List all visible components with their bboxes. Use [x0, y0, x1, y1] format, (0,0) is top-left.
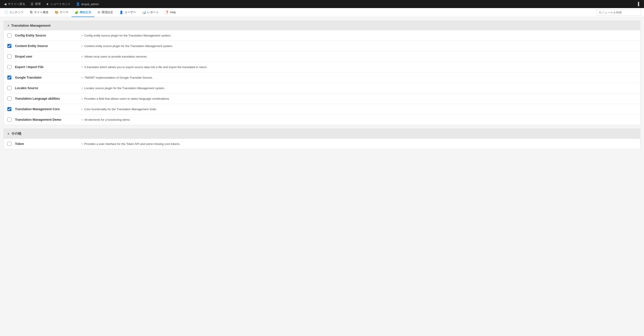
checkbox-token[interactable]	[8, 142, 12, 146]
extend-nav-label: 機能拡張	[80, 10, 91, 14]
module-name-translation-management-demo: Translation Management Demo	[15, 118, 78, 121]
module-row-config-entity-source: Config Entity Source∨Config entity sourc…	[4, 30, 640, 41]
checkbox-locales-source[interactable]	[8, 86, 12, 90]
desc-text-drupal-user: Allows local users to provide translatio…	[84, 55, 148, 58]
nav-item-extend[interactable]: 🧩機能拡張	[72, 8, 94, 17]
chevron-icon-translation-language-abilities: ∨	[81, 97, 83, 100]
checkbox-content-entity-source[interactable]	[8, 44, 12, 48]
reports-nav-icon: 📊	[142, 11, 146, 14]
group-label-other: その他	[11, 131, 21, 136]
checkbox-export-import-file[interactable]	[8, 65, 12, 69]
module-name-config-entity-source: Config Entity Source	[15, 34, 78, 37]
module-row-token: Token∨Provides a user interface for the …	[4, 139, 640, 149]
back-to-site[interactable]: ◀ サイトへ戻る	[2, 1, 28, 7]
chevron-icon-token: ∨	[81, 142, 83, 145]
module-row-content-entity-source: Content Entity Source∨Content entity sou…	[4, 41, 640, 51]
chevron-icon-config-entity-source: ∨	[81, 34, 83, 37]
desc-text-google-translator: TMGMT implementation of Google Translate…	[84, 76, 153, 79]
checkbox-drupal-user[interactable]	[8, 54, 12, 59]
checkbox-translation-management-core[interactable]	[8, 107, 12, 111]
checkbox-google-translator[interactable]	[8, 76, 12, 80]
module-name-translation-management-core: Translation Management Core	[15, 107, 78, 111]
desc-text-export-import-file: A translator which allows you to export …	[84, 65, 208, 69]
nav-content: 📄コンテンツ🏗サイト構造🎨テーマ🧩機能拡張⚙環境設定👤ユーザー📊レポート❓Hel…	[1, 8, 179, 17]
desc-text-content-entity-source: Content entity source plugin for the Tra…	[84, 44, 173, 48]
sidebar-toggle-icon[interactable]: ▌	[636, 2, 642, 6]
search-input[interactable]	[596, 10, 641, 16]
module-name-locales-source: Locales Source	[15, 86, 78, 90]
reports-nav-label: レポート	[147, 10, 159, 14]
module-name-google-translator: Google Translator	[15, 76, 78, 79]
group-header-other[interactable]: ∧その他	[4, 129, 640, 139]
chevron-icon-content-entity-source: ∨	[81, 45, 83, 48]
users-nav-label: ユーザー	[124, 10, 136, 14]
group-label-translation-management: Translation Management	[11, 24, 50, 27]
nav-item-users[interactable]: 👤ユーザー	[116, 8, 139, 17]
chevron-icon-locales-source: ∨	[81, 87, 83, 90]
checkbox-config-entity-source[interactable]	[8, 33, 12, 37]
shortcut-label: ショートカット	[50, 2, 71, 6]
module-name-translation-language-abilities: Translation Language abilities	[15, 97, 78, 100]
structure-nav-icon: 🏗	[30, 11, 33, 14]
module-desc-token: ∨Provides a user interface for the Token…	[81, 142, 180, 146]
nav-item-content[interactable]: 📄コンテンツ	[1, 8, 26, 17]
desc-text-locales-source: Locales source plugin for the Translatio…	[84, 86, 165, 90]
collapse-icon-other: ∧	[8, 132, 10, 135]
group-header-translation-management[interactable]: ∧Translation Management	[4, 21, 640, 30]
shortcut-menu[interactable]: ★ ショートカット	[44, 1, 73, 7]
structure-nav-label: サイト構造	[34, 10, 48, 14]
admin-bar: ◀ サイトへ戻る ☰ 管理 ★ ショートカット 👤 drupal_admin ▌	[0, 0, 644, 8]
module-name-token: Token	[15, 142, 78, 146]
manage-icon: ☰	[31, 2, 34, 6]
main-content: ∧Translation ManagementConfig Entity Sou…	[0, 17, 644, 156]
manage-menu[interactable]: ☰ 管理	[28, 1, 43, 7]
user-label: drupal_admin	[81, 3, 99, 6]
chevron-icon-translation-management-demo: ∨	[81, 118, 83, 121]
users-nav-icon: 👤	[120, 11, 123, 14]
module-desc-translation-management-core: ∨Core functionality for the Translation …	[81, 107, 157, 111]
chevron-icon-drupal-user: ∨	[81, 55, 83, 58]
module-name-drupal-user: Drupal user	[15, 55, 78, 58]
theme-nav-icon: 🎨	[55, 11, 58, 14]
module-group-translation-management: ∧Translation ManagementConfig Entity Sou…	[4, 21, 640, 125]
module-desc-google-translator: ∨TMGMT implementation of Google Translat…	[81, 76, 153, 79]
module-row-translation-management-demo: Translation Management Demo∨All elements…	[4, 114, 640, 125]
module-groups: ∧Translation ManagementConfig Entity Sou…	[4, 21, 640, 149]
manage-label: 管理	[35, 2, 41, 6]
module-row-translation-management-core: Translation Management Core∨Core functio…	[4, 104, 640, 114]
module-name-content-entity-source: Content Entity Source	[15, 44, 78, 48]
config-nav-icon: ⚙	[98, 11, 100, 14]
user-icon: 👤	[76, 2, 80, 6]
chevron-icon-google-translator: ∨	[81, 76, 83, 79]
help-nav-icon: ❓	[165, 11, 169, 14]
module-row-drupal-user: Drupal user∨Allows local users to provid…	[4, 51, 640, 62]
module-row-translation-language-abilities: Translation Language abilities∨Provides …	[4, 93, 640, 104]
module-desc-locales-source: ∨Locales source plugin for the Translati…	[81, 86, 165, 90]
module-desc-drupal-user: ∨Allows local users to provide translati…	[81, 55, 148, 58]
help-nav-label: Help	[170, 11, 176, 14]
content-nav-icon: 📄	[4, 11, 8, 14]
config-nav-label: 環境設定	[102, 10, 113, 14]
module-desc-translation-management-demo: ∨All elements for a functioning demo.	[81, 118, 130, 121]
nav-bar: 📄コンテンツ🏗サイト構造🎨テーマ🧩機能拡張⚙環境設定👤ユーザー📊レポート❓Hel…	[0, 8, 644, 17]
module-row-google-translator: Google Translator∨TMGMT implementation o…	[4, 72, 640, 83]
desc-text-translation-language-abilities: Provides a field that allows users to se…	[84, 97, 170, 100]
checkbox-translation-management-demo[interactable]	[8, 118, 12, 122]
extend-nav-icon: 🧩	[75, 11, 78, 14]
module-desc-export-import-file: ∨A translator which allows you to export…	[81, 65, 208, 69]
module-row-export-import-file: Export / Import File∨A translator which …	[4, 62, 640, 72]
module-desc-config-entity-source: ∨Config entity source plugin for the Tra…	[81, 34, 171, 37]
desc-text-token: Provides a user interface for the Token …	[84, 142, 180, 146]
nav-item-help[interactable]: ❓Help	[162, 8, 179, 17]
nav-item-config[interactable]: ⚙環境設定	[94, 8, 116, 17]
user-menu[interactable]: 👤 drupal_admin	[74, 1, 101, 7]
chevron-icon-translation-management-core: ∨	[81, 108, 83, 111]
nav-item-structure[interactable]: 🏗サイト構造	[26, 8, 52, 17]
module-desc-content-entity-source: ∨Content entity source plugin for the Tr…	[81, 44, 173, 48]
nav-item-theme[interactable]: 🎨テーマ	[52, 8, 72, 17]
chevron-icon-export-import-file: ∨	[81, 66, 83, 69]
nav-item-reports[interactable]: 📊レポート	[139, 8, 162, 17]
content-nav-label: コンテンツ	[9, 10, 24, 14]
back-icon: ◀	[4, 2, 6, 6]
checkbox-translation-language-abilities[interactable]	[8, 97, 12, 101]
